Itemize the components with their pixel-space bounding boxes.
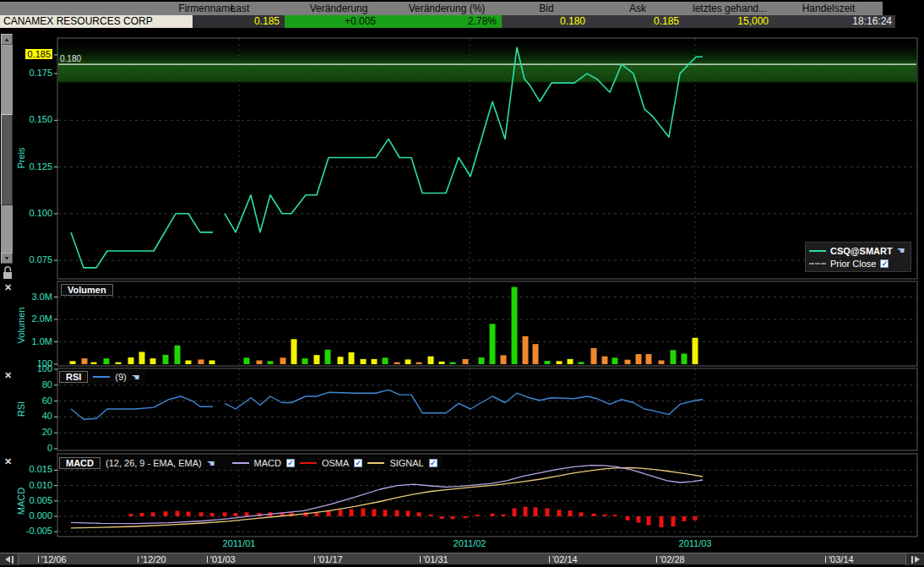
left-arrow-icon: [5, 556, 10, 563]
chart-plot-area[interactable]: [0, 0, 924, 567]
time-axis-label: '02/14: [552, 554, 578, 564]
macd-panel-header: MACD (12, 26, 9 - EMA, EMA) ☚ MACD ✓ OSM…: [59, 456, 443, 470]
month-label: 2011/03: [679, 538, 712, 548]
signal-checkbox[interactable]: ✓: [429, 459, 438, 467]
volume-panel-button[interactable]: Volumen: [61, 284, 113, 296]
change-pct-cell[interactable]: 2.78%: [393, 15, 502, 28]
month-label: 2011/01: [223, 538, 256, 548]
last-price-axis-marker: 0.185: [0, 49, 52, 60]
axis-tick-label: 0.015: [0, 464, 52, 475]
unlock-icon[interactable]: [2, 265, 14, 281]
time-axis-tick: [38, 556, 39, 563]
trade-time-cell[interactable]: 18:16:24: [775, 15, 895, 28]
signal-legend-label: SIGNAL: [389, 458, 423, 468]
time-axis-tick: [656, 556, 657, 563]
price-legend: CSQ@SMART ☚ Prior Close ✓: [805, 242, 911, 272]
quote-header-row: Firmenname Last Veränderung Veränderung …: [0, 2, 883, 15]
rsi-panel-header: RSI (9) ☚: [59, 370, 145, 384]
col-header-last-size: letztes gehand...: [693, 3, 767, 14]
series-legend-label: CSQ@SMART: [830, 246, 893, 256]
time-axis-label: '12/20: [141, 554, 166, 564]
col-header-last: Last: [231, 3, 250, 14]
drag-hand-icon[interactable]: ☚: [207, 458, 215, 469]
rsi-panel-button[interactable]: RSI: [59, 371, 88, 383]
left-bar-icon: [12, 556, 14, 564]
col-header-ask: Ask: [629, 3, 646, 14]
axis-tick-label: 40: [0, 411, 52, 422]
time-axis-tick: [207, 556, 208, 563]
last-price-cell[interactable]: 0.185: [193, 15, 285, 28]
time-axis-label: '01/17: [318, 554, 343, 564]
bid-cell[interactable]: 0.180: [502, 15, 591, 28]
company-name-cell[interactable]: CANAMEX RESOURCES CORP: [0, 15, 193, 28]
quote-data-row[interactable]: CANAMEX RESOURCES CORP 0.185 +0.005 2.78…: [0, 15, 895, 28]
rsi-param-label: (9): [115, 372, 126, 382]
axis-tick-label: 0.075: [0, 254, 52, 265]
axis-tick-label: 60: [0, 395, 52, 406]
right-arrow-icon: [915, 556, 920, 563]
prior-close-checkbox[interactable]: ✓: [880, 259, 889, 268]
macd-line-sample: [232, 462, 249, 464]
axis-tick-label: 3.0M: [0, 292, 52, 303]
scrollbar-thumb[interactable]: [1, 114, 13, 205]
macd-param-label: (12, 26, 9 - EMA, EMA): [106, 458, 202, 468]
osma-legend-label: OSMA: [322, 458, 349, 468]
month-label: 2011/02: [454, 538, 486, 548]
axis-tick-label: 0.175: [0, 68, 52, 79]
macd-legend-label: MACD: [254, 458, 281, 468]
scroll-left-button[interactable]: [0, 553, 19, 565]
axis-tick-label: 100: [0, 363, 52, 374]
prior-close-legend-label: Prior Close: [830, 259, 876, 269]
axis-tick-label: 0.005: [0, 495, 52, 506]
time-scrollbar[interactable]: '12/06'12/20'01/03'01/17'01/31'02/14'02/…: [0, 553, 924, 564]
time-axis-label: '12/06: [41, 554, 67, 564]
right-bar-icon: [911, 556, 913, 564]
signal-line-sample: [367, 462, 384, 464]
osma-line-sample: [300, 462, 317, 464]
time-axis-label: '01/31: [423, 554, 448, 564]
scroll-up-button[interactable]: ▲: [1, 34, 13, 45]
ask-cell[interactable]: 0.185: [591, 15, 684, 28]
time-axis-tick: [549, 556, 550, 563]
axis-tick-label: 1.0M: [0, 336, 52, 347]
time-axis-tick: [420, 556, 421, 563]
axis-tick-label: 0.125: [0, 161, 52, 172]
osma-checkbox[interactable]: ✓: [354, 459, 362, 467]
col-header-bid: Bid: [539, 3, 553, 14]
axis-tick-label: 0.010: [0, 480, 52, 491]
axis-tick-label: 0.100: [0, 208, 52, 219]
axis-tick-label: 20: [0, 427, 52, 438]
prior-close-value-label: 0.180: [60, 54, 81, 63]
axis-tick-label: 0.150: [0, 114, 52, 125]
col-header-firmenname: Firmenname: [178, 3, 235, 14]
axis-tick-label: 0: [0, 443, 52, 454]
time-axis-label: '01/03: [210, 554, 236, 564]
change-cell[interactable]: +0.005: [285, 15, 393, 28]
axis-tick-label: 80: [0, 379, 52, 390]
axis-tick-label: 0.000: [0, 510, 52, 521]
axis-tick-label: -0.005: [0, 526, 52, 537]
drag-hand-icon[interactable]: ☚: [897, 245, 905, 256]
time-axis-label: '02/28: [660, 554, 685, 564]
rsi-line-sample: [93, 376, 110, 378]
col-header-veraenderung-pct: Veränderung (%): [409, 3, 486, 14]
macd-panel-button[interactable]: MACD: [59, 457, 101, 469]
col-header-veraenderung: Veränderung: [310, 3, 368, 14]
time-axis-label: '03/14: [829, 554, 854, 564]
macd-checkbox[interactable]: ✓: [286, 459, 295, 467]
series-line-sample: [809, 250, 826, 252]
time-axis-tick: [138, 556, 139, 563]
col-header-handelszeit: Handelszeit: [802, 3, 856, 14]
time-axis-tick: [314, 556, 315, 563]
time-axis-tick: [825, 556, 826, 563]
scroll-right-button[interactable]: [905, 553, 924, 565]
last-size-cell[interactable]: 15,000: [684, 15, 775, 28]
axis-tick-label: 2.0M: [0, 313, 52, 324]
drag-hand-icon[interactable]: ☚: [132, 372, 140, 383]
prior-close-line-sample: [809, 263, 826, 264]
